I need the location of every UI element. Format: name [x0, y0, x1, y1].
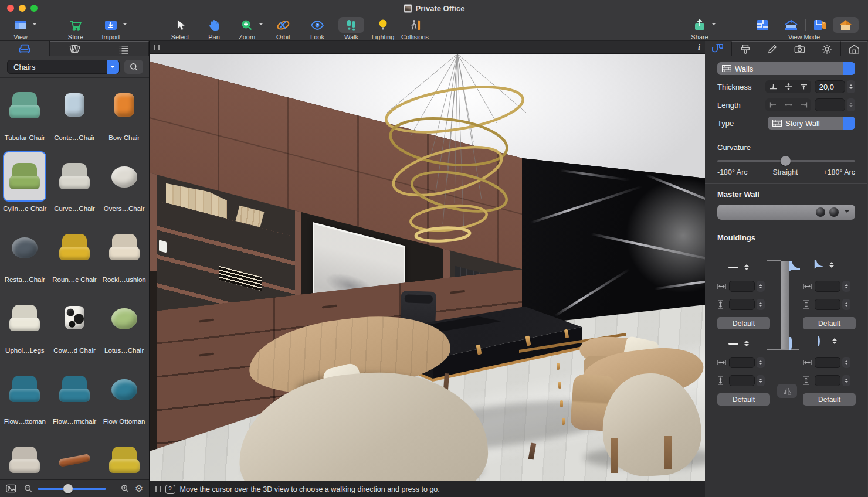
- view-mode-3d-button[interactable]: [833, 17, 859, 33]
- library-item[interactable]: Curve…Chair: [50, 151, 100, 222]
- width-icon: [717, 283, 726, 290]
- thickness-input[interactable]: 20,0: [815, 80, 845, 93]
- lighting-button[interactable]: Lighting: [369, 17, 396, 40]
- library-item[interactable]: Bow Chair: [99, 80, 149, 151]
- thickness-stepper[interactable]: [847, 80, 855, 93]
- slider-knob[interactable]: [63, 484, 73, 493]
- view-button[interactable]: View: [7, 17, 34, 40]
- moulding-default-button[interactable]: Default: [717, 317, 770, 329]
- tab-materials[interactable]: [50, 41, 100, 56]
- library-item-thumbnail: [103, 222, 146, 273]
- moulding-profile-select[interactable]: [814, 260, 835, 270]
- pan-tool-button[interactable]: Pan: [201, 17, 228, 40]
- stepper[interactable]: [842, 375, 850, 386]
- tab-camera[interactable]: [786, 41, 813, 56]
- wall-type-select[interactable]: Story Wall: [768, 117, 855, 130]
- stepper[interactable]: [842, 281, 850, 292]
- tab-list[interactable]: [99, 41, 149, 56]
- zoom-out-icon[interactable]: [24, 484, 33, 493]
- baseboard-height-input[interactable]: [815, 375, 840, 386]
- panel-drag-handle[interactable]: [154, 45, 160, 50]
- orbit-tool-button[interactable]: Orbit: [270, 17, 297, 40]
- baseboard-profile-select[interactable]: [728, 338, 750, 349]
- library-item[interactable]: Cow…d Chair: [50, 293, 100, 364]
- master-wall-select[interactable]: [717, 205, 855, 220]
- tab-materials-paint[interactable]: [731, 41, 758, 56]
- baseboard-height-input[interactable]: [729, 375, 755, 386]
- tab-lighting[interactable]: [813, 41, 840, 56]
- info-icon[interactable]: i: [698, 43, 700, 52]
- library-item[interactable]: Uphol…Legs: [0, 293, 50, 364]
- stepper[interactable]: [842, 357, 850, 368]
- tab-edit[interactable]: [759, 41, 786, 56]
- mirror-profile-button[interactable]: [777, 384, 797, 398]
- curvature-slider-knob[interactable]: [781, 156, 791, 166]
- baseboard-profile-select[interactable]: [818, 336, 838, 346]
- library-item[interactable]: Tubular Chair: [0, 80, 50, 151]
- library-item[interactable]: Cross…Chair: [0, 435, 50, 479]
- baseboard-default-button[interactable]: Default: [717, 393, 770, 406]
- baseboard-default-button[interactable]: Default: [803, 393, 856, 406]
- minimize-window-button[interactable]: [19, 5, 26, 12]
- library-item[interactable]: Loung…krest: [99, 435, 149, 479]
- library-item[interactable]: Loung…ntage: [50, 435, 100, 479]
- zoom-window-button[interactable]: [30, 5, 38, 12]
- library-item[interactable]: Lotus…Chair: [99, 293, 149, 364]
- view-mode-elevation-button[interactable]: [778, 17, 804, 33]
- moulding-width-input[interactable]: [815, 281, 840, 292]
- stepper[interactable]: [757, 375, 765, 386]
- moulding-default-button[interactable]: Default: [803, 317, 856, 329]
- look-tool-button[interactable]: Look: [304, 17, 331, 40]
- stepper[interactable]: [757, 299, 765, 310]
- tab-object-properties[interactable]: [705, 41, 731, 56]
- library-item[interactable]: Conte…Chair: [50, 80, 100, 151]
- library-item[interactable]: Flow…ttoman: [0, 364, 50, 435]
- section-select[interactable]: Walls: [717, 62, 855, 75]
- magnifier-plus-icon: [234, 17, 260, 33]
- share-button[interactable]: Share: [686, 17, 713, 40]
- library-item[interactable]: Resta…Chair: [0, 222, 50, 293]
- search-button[interactable]: [124, 60, 143, 74]
- baseboard-width-input[interactable]: [729, 357, 755, 368]
- library-item-label: Rocki…ushion: [103, 276, 146, 283]
- close-window-button[interactable]: [7, 5, 14, 12]
- library-item[interactable]: Cylin…e Chair: [0, 151, 50, 222]
- moulding-height-input[interactable]: [729, 299, 755, 310]
- thumbnail-size-slider[interactable]: [38, 488, 106, 490]
- store-button[interactable]: Store: [62, 17, 89, 40]
- import-button[interactable]: Import: [97, 17, 124, 40]
- library-item[interactable]: Overs…Chair: [99, 151, 149, 222]
- curvature-slider[interactable]: [717, 160, 855, 162]
- walk-tool-button[interactable]: Walk: [338, 17, 365, 40]
- moulding-width-input[interactable]: [729, 281, 755, 292]
- stepper[interactable]: [842, 299, 850, 310]
- collisions-button[interactable]: Collisions: [401, 17, 429, 40]
- library-item[interactable]: Flow…rmchair: [50, 364, 100, 435]
- category-select[interactable]: Chairs: [7, 60, 120, 74]
- zoom-in-icon[interactable]: [121, 484, 130, 493]
- stepper[interactable]: [757, 357, 765, 368]
- moulding-profile-select[interactable]: [728, 262, 750, 273]
- select-tool-button[interactable]: Select: [167, 17, 194, 40]
- library-item[interactable]: Roun…c Chair: [50, 222, 100, 293]
- length-alignment-control[interactable]: [765, 98, 811, 111]
- crown-moulding-graphic: [789, 261, 800, 273]
- length-stepper[interactable]: [847, 98, 855, 111]
- 3d-view[interactable]: [150, 54, 705, 481]
- thickness-alignment-control[interactable]: [765, 80, 811, 93]
- panel-drag-handle[interactable]: [155, 486, 161, 492]
- moulding-height-input[interactable]: [815, 299, 840, 310]
- tab-furniture[interactable]: [0, 41, 50, 56]
- view-mode-split-button[interactable]: [807, 17, 833, 33]
- stepper-icon: [831, 336, 838, 346]
- image-preview-icon[interactable]: [6, 484, 16, 493]
- stepper[interactable]: [757, 281, 765, 292]
- zoom-tool-button[interactable]: Zoom: [233, 17, 260, 40]
- view-mode-2d-plan-button[interactable]: [750, 17, 775, 33]
- baseboard-width-input[interactable]: [815, 357, 840, 368]
- gear-icon[interactable]: ⚙: [135, 484, 143, 493]
- library-item[interactable]: Flow Ottoman: [99, 364, 149, 435]
- tab-building[interactable]: [840, 41, 867, 56]
- length-input[interactable]: [815, 98, 845, 111]
- library-item[interactable]: Rocki…ushion: [99, 222, 149, 293]
